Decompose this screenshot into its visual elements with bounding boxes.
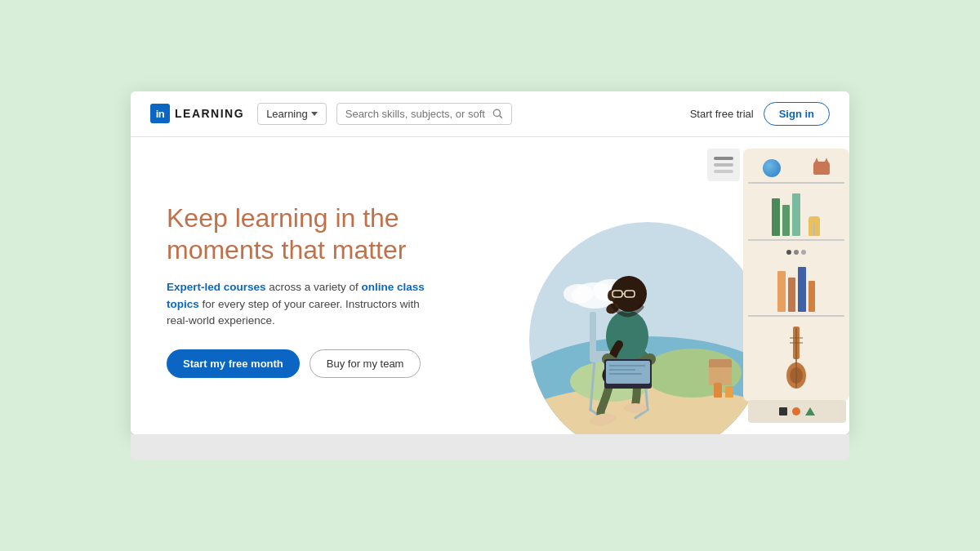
book-2 <box>782 205 790 236</box>
svg-rect-21 <box>590 312 596 358</box>
svg-line-16 <box>590 361 595 410</box>
person-illustration <box>554 230 684 426</box>
svg-point-0 <box>494 109 501 116</box>
lamp-decoration <box>808 216 820 236</box>
book-5 <box>788 278 795 312</box>
guitar-decoration <box>783 327 809 392</box>
svg-rect-32 <box>606 361 650 384</box>
linkedin-badge: in <box>150 104 170 123</box>
symbol-triangle <box>805 407 815 415</box>
symbol-x <box>779 407 787 415</box>
svg-line-1 <box>500 116 502 118</box>
cat-decoration <box>813 162 830 175</box>
candle-decoration <box>714 383 733 398</box>
symbol-bar <box>748 400 846 423</box>
hero-section: Keep learning in the moments that matter… <box>131 137 849 434</box>
logo-area: in LEARNING <box>150 104 244 123</box>
dot-1 <box>786 250 791 255</box>
book-3 <box>792 193 800 236</box>
chevron-down-icon <box>311 112 318 116</box>
shelf-row-3 <box>748 247 844 258</box>
shelf-row-5 <box>748 323 844 392</box>
hero-illustration-area <box>505 137 849 434</box>
hero-buttons: Start my free month Buy for my team <box>167 349 469 378</box>
start-free-month-button[interactable]: Start my free month <box>167 349 300 378</box>
svg-point-30 <box>624 403 647 413</box>
sign-in-button[interactable]: Sign in <box>764 102 830 126</box>
browser-window: in LEARNING Learning Start free t <box>131 91 849 434</box>
search-input[interactable] <box>345 108 485 120</box>
expert-led-courses-link[interactable]: Expert-led courses <box>167 281 266 293</box>
hero-left: Keep learning in the moments that matter… <box>131 137 505 434</box>
bottom-bar <box>131 434 849 460</box>
navbar: in LEARNING Learning Start free t <box>131 91 849 137</box>
dot-3 <box>801 250 806 255</box>
search-bar-container <box>336 103 512 125</box>
book-6 <box>798 267 806 312</box>
book-1 <box>772 198 780 236</box>
candle-1 <box>714 383 722 398</box>
svg-point-24 <box>608 290 616 301</box>
stacked-line-2 <box>714 163 733 167</box>
buy-for-team-button[interactable]: Buy for my team <box>310 349 421 378</box>
hero-title: Keep learning in the moments that matter <box>167 202 469 266</box>
hero-subtitle: Expert-led courses across a variety of o… <box>167 279 428 331</box>
learning-dropdown[interactable]: Learning <box>257 103 327 125</box>
start-free-trial-link[interactable]: Start free trial <box>690 108 754 120</box>
dot-2 <box>794 250 799 255</box>
shelf-row-4 <box>748 264 844 317</box>
bookshelf <box>743 149 849 402</box>
book-7 <box>808 281 815 312</box>
book-4 <box>777 271 786 312</box>
shelf-row-2 <box>748 190 844 241</box>
candle-2 <box>725 386 733 398</box>
search-icon <box>492 108 503 119</box>
stacked-lines-icon <box>707 149 740 181</box>
stacked-line-3 <box>714 170 733 173</box>
page-wrap: in LEARNING Learning Start free t <box>131 91 849 460</box>
svg-point-29 <box>589 411 617 426</box>
symbol-circle <box>792 407 800 415</box>
logo-text: LEARNING <box>175 107 244 120</box>
shelf-row-1 <box>748 158 844 184</box>
stacked-line-1 <box>714 157 733 160</box>
globe-decoration <box>763 159 781 177</box>
person-svg <box>554 230 684 426</box>
browser-container: in LEARNING Learning Start free t <box>131 91 849 460</box>
